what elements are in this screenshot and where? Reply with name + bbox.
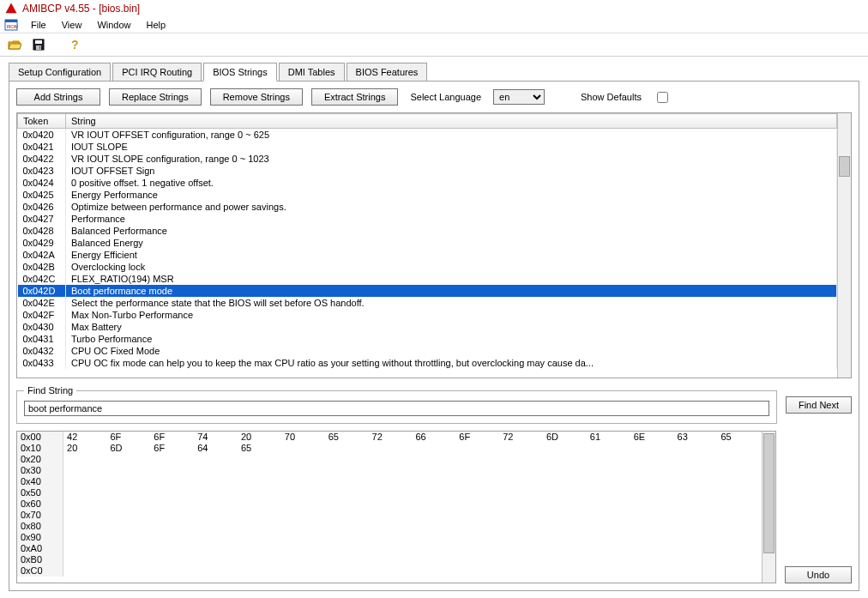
hex-byte[interactable]: 61 (587, 432, 630, 443)
hex-byte[interactable] (281, 487, 325, 498)
hex-byte[interactable] (238, 521, 281, 532)
hex-byte[interactable] (150, 554, 194, 565)
hex-row-line[interactable]: 0x60 (17, 498, 762, 510)
table-row[interactable]: 0x042DBoot performance mode (18, 285, 837, 297)
hex-row-line[interactable]: 0xB0 (17, 554, 762, 565)
hex-byte[interactable] (194, 510, 238, 521)
hex-byte[interactable] (499, 476, 543, 487)
hex-byte[interactable] (499, 498, 543, 510)
hex-byte[interactable] (630, 565, 674, 577)
menu-view[interactable]: View (55, 18, 89, 32)
hex-byte[interactable] (281, 510, 325, 521)
hex-byte[interactable]: 20 (238, 432, 281, 443)
table-row[interactable]: 0x0425Energy Performance (18, 189, 837, 201)
hex-byte[interactable] (455, 565, 499, 577)
table-row[interactable]: 0x0421IOUT SLOPE (18, 141, 837, 153)
table-row[interactable]: 0x0430Max Battery (18, 321, 837, 333)
add-strings-button[interactable]: Add Strings (16, 88, 100, 106)
hex-byte[interactable] (194, 532, 238, 543)
hex-byte[interactable] (194, 498, 238, 510)
hex-byte[interactable] (63, 498, 107, 510)
hex-byte[interactable]: 72 (369, 432, 413, 443)
hex-byte[interactable]: 72 (499, 432, 543, 443)
hex-byte[interactable] (325, 476, 369, 487)
hex-byte[interactable] (238, 565, 281, 577)
hex-byte[interactable]: 20 (63, 443, 107, 454)
hex-byte[interactable] (325, 554, 369, 565)
undo-button[interactable]: Undo (785, 566, 852, 583)
hex-byte[interactable] (238, 532, 281, 543)
table-row[interactable]: 0x042AEnergy Efficient (18, 249, 837, 261)
hex-byte[interactable] (455, 554, 499, 565)
hex-byte[interactable] (543, 476, 587, 487)
hex-byte[interactable] (412, 487, 455, 498)
menu-window[interactable]: Window (90, 18, 137, 32)
hex-byte[interactable] (194, 487, 238, 498)
hex-byte[interactable] (325, 521, 369, 532)
hex-byte[interactable] (499, 454, 543, 465)
table-row[interactable]: 0x042BOverclocking lock (18, 261, 837, 273)
hex-byte[interactable] (412, 454, 455, 465)
hex-byte[interactable] (369, 554, 413, 565)
table-row[interactable]: 0x0426Optimize between performance and p… (18, 201, 837, 213)
hex-byte[interactable] (412, 532, 455, 543)
hex-byte[interactable] (63, 532, 107, 543)
hex-byte[interactable]: 70 (281, 432, 325, 443)
hex-byte[interactable]: 64 (194, 443, 238, 454)
find-next-button[interactable]: Find Next (786, 396, 852, 414)
hex-byte[interactable] (106, 487, 150, 498)
hex-byte[interactable] (455, 454, 499, 465)
hex-byte[interactable]: 63 (674, 432, 718, 443)
hex-byte[interactable] (194, 454, 238, 465)
hex-byte[interactable] (281, 476, 325, 487)
hex-byte[interactable] (717, 510, 761, 521)
hex-byte[interactable] (412, 498, 455, 510)
hex-byte[interactable] (281, 465, 325, 476)
hex-byte[interactable] (543, 543, 587, 554)
hex-byte[interactable] (150, 565, 194, 577)
hex-byte[interactable] (369, 454, 413, 465)
hex-byte[interactable] (150, 521, 194, 532)
hex-byte[interactable] (630, 532, 674, 543)
hex-row-line[interactable]: 0x80 (17, 521, 762, 532)
hex-byte[interactable]: 65 (238, 443, 281, 454)
hex-byte[interactable] (150, 532, 194, 543)
hex-byte[interactable] (630, 476, 674, 487)
hex-byte[interactable] (325, 532, 369, 543)
hex-byte[interactable] (587, 443, 630, 454)
hex-byte[interactable] (194, 521, 238, 532)
hex-byte[interactable] (369, 476, 413, 487)
hex-byte[interactable] (587, 543, 630, 554)
hex-byte[interactable] (325, 510, 369, 521)
hex-byte[interactable] (369, 443, 413, 454)
hex-byte[interactable] (717, 465, 761, 476)
hex-byte[interactable] (281, 543, 325, 554)
hex-byte[interactable] (238, 510, 281, 521)
language-select[interactable]: en (493, 89, 545, 105)
table-row[interactable]: 0x0431Turbo Performance (18, 333, 837, 345)
hex-byte[interactable]: 6D (106, 443, 150, 454)
hex-byte[interactable] (630, 554, 674, 565)
table-row[interactable]: 0x0423IOUT OFFSET Sign (18, 165, 837, 177)
hex-byte[interactable] (325, 487, 369, 498)
hex-byte[interactable] (717, 487, 761, 498)
hex-byte[interactable] (238, 543, 281, 554)
hex-scrollbar[interactable] (762, 432, 775, 583)
table-row[interactable]: 0x042ESelect the performance state that … (18, 297, 837, 309)
hex-byte[interactable] (106, 498, 150, 510)
hex-byte[interactable] (717, 565, 761, 577)
hex-row-line[interactable]: 0x70 (17, 510, 762, 521)
hex-byte[interactable]: 65 (325, 432, 369, 443)
table-row[interactable]: 0x042CFLEX_RATIO(194) MSR (18, 273, 837, 285)
hex-byte[interactable] (587, 510, 630, 521)
col-string[interactable]: String (66, 114, 837, 129)
hex-byte[interactable] (674, 498, 718, 510)
hex-byte[interactable] (412, 510, 455, 521)
hex-byte[interactable] (717, 554, 761, 565)
hex-byte[interactable] (106, 465, 150, 476)
replace-strings-button[interactable]: Replace Strings (109, 88, 202, 106)
hex-byte[interactable] (630, 443, 674, 454)
extract-strings-button[interactable]: Extract Strings (311, 88, 399, 106)
hex-byte[interactable] (630, 454, 674, 465)
hex-byte[interactable] (717, 443, 761, 454)
